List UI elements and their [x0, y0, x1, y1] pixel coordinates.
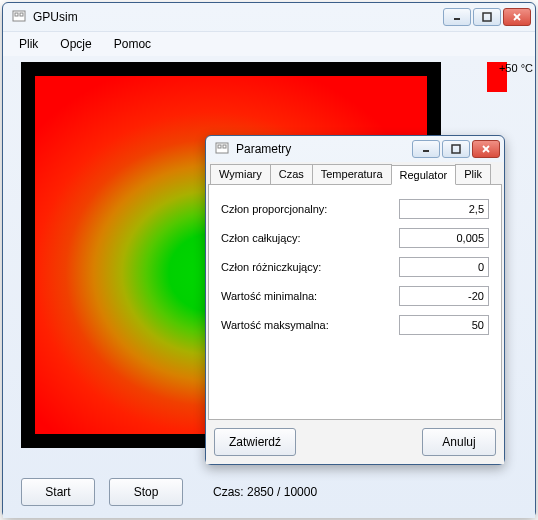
- dialog-close-button[interactable]: [472, 140, 500, 158]
- label-min: Wartość minimalna:: [221, 290, 399, 302]
- tab-czas[interactable]: Czas: [270, 164, 313, 184]
- dialog-cancel-button[interactable]: Anuluj: [422, 428, 496, 456]
- tab-regulator[interactable]: Regulator: [391, 165, 457, 185]
- color-scale-max-label: +50 °C: [489, 62, 533, 74]
- main-titlebar[interactable]: GPUsim: [3, 3, 535, 31]
- tab-pane-regulator: Człon proporcjonalny: Człon całkujący: C…: [208, 184, 502, 420]
- dialog-ok-button[interactable]: Zatwierdź: [214, 428, 296, 456]
- dialog-maximize-button[interactable]: [442, 140, 470, 158]
- input-kd[interactable]: [399, 257, 489, 277]
- dialog-body: Wymiary Czas Temperatura Regulator Plik …: [206, 162, 504, 464]
- label-kp: Człon proporcjonalny:: [221, 203, 399, 215]
- close-button[interactable]: [503, 8, 531, 26]
- menu-help[interactable]: Pomoc: [104, 34, 161, 54]
- dialog-minimize-button[interactable]: [412, 140, 440, 158]
- dialog-titlebar[interactable]: Parametry: [206, 136, 504, 162]
- svg-rect-1: [15, 13, 18, 16]
- dialog-icon: [214, 141, 230, 157]
- svg-rect-4: [483, 13, 491, 21]
- menubar: Plik Opcje Pomoc: [3, 31, 535, 56]
- svg-rect-11: [452, 145, 460, 153]
- tab-wymiary[interactable]: Wymiary: [210, 164, 271, 184]
- label-ki: Człon całkujący:: [221, 232, 399, 244]
- stop-button[interactable]: Stop: [109, 478, 183, 506]
- input-kp[interactable]: [399, 199, 489, 219]
- dialog-tabs: Wymiary Czas Temperatura Regulator Plik: [208, 164, 502, 184]
- app-icon: [11, 9, 27, 25]
- menu-options[interactable]: Opcje: [50, 34, 101, 54]
- label-kd: Człon różniczkujący:: [221, 261, 399, 273]
- input-max[interactable]: [399, 315, 489, 335]
- parameters-dialog: Parametry Wymiary Czas Temperatura Regul…: [205, 135, 505, 465]
- tab-temperatura[interactable]: Temperatura: [312, 164, 392, 184]
- main-window-title: GPUsim: [31, 10, 443, 24]
- input-ki[interactable]: [399, 228, 489, 248]
- svg-rect-8: [218, 145, 221, 148]
- frame-counter-label: Czas: 2850 / 10000: [213, 485, 317, 499]
- maximize-button[interactable]: [473, 8, 501, 26]
- start-button[interactable]: Start: [21, 478, 95, 506]
- dialog-title: Parametry: [234, 142, 412, 156]
- tab-plik[interactable]: Plik: [455, 164, 491, 184]
- label-max: Wartość maksymalna:: [221, 319, 399, 331]
- svg-rect-9: [223, 145, 226, 148]
- svg-rect-2: [20, 13, 23, 16]
- input-min[interactable]: [399, 286, 489, 306]
- menu-file[interactable]: Plik: [9, 34, 48, 54]
- minimize-button[interactable]: [443, 8, 471, 26]
